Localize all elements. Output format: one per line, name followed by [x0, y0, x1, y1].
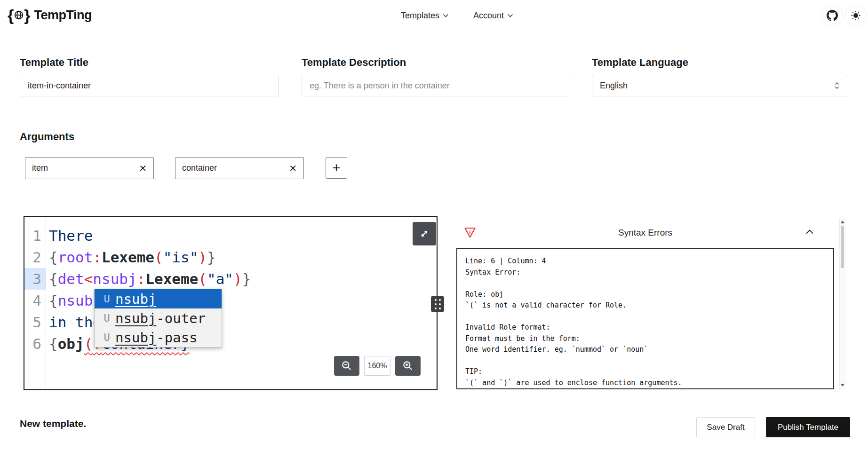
error-message-box: Line: 6 | Column: 4 Syntax Error: Role: …: [456, 248, 834, 389]
code-line[interactable]: {root:Lexeme("is")}: [49, 246, 437, 268]
code-token: {: [49, 335, 58, 352]
code-token: nsubj: [93, 270, 136, 287]
completion-type-icon: U: [98, 332, 115, 343]
error-message-text: Line: 6 | Column: 4 Syntax Error: Role: …: [465, 256, 825, 389]
argument-field[interactable]: container ✕: [175, 157, 304, 179]
sun-icon: [850, 10, 861, 21]
code-token: root: [58, 249, 93, 266]
code-token: ): [233, 270, 242, 287]
save-draft-button[interactable]: Save Draft: [696, 417, 755, 437]
code-token: }: [242, 270, 251, 287]
code-token: det: [58, 270, 84, 287]
remove-argument-button[interactable]: ✕: [289, 164, 297, 173]
chevron-down-icon: [443, 14, 449, 18]
globe-icon: [14, 10, 24, 20]
zoom-out-button[interactable]: [334, 356, 359, 376]
code-token: "is": [163, 249, 199, 266]
drag-dots-icon: [435, 299, 437, 301]
code-token: Lexeme: [102, 249, 154, 266]
scroll-down-arrow[interactable]: [841, 384, 844, 387]
panel-scrollbar[interactable]: [839, 218, 845, 389]
scroll-up-arrow[interactable]: [841, 221, 844, 223]
app-title: TempTing: [34, 8, 92, 23]
completion-type-icon: U: [98, 293, 115, 305]
template-title-label: Template Title: [20, 56, 88, 69]
autocomplete-option[interactable]: Unsubj-pass: [95, 328, 222, 347]
editor-zoom-controls: 160%: [334, 356, 421, 376]
code-line[interactable]: There: [49, 225, 437, 246]
main-nav: Templates Account: [401, 0, 513, 31]
select-chevrons-icon: [834, 81, 840, 90]
status-text: New template.: [20, 418, 86, 429]
line-number: 5: [24, 311, 46, 333]
code-token: {: [49, 292, 58, 309]
expand-icon: [418, 228, 430, 240]
zoom-in-icon: [402, 360, 414, 372]
brand-logo-icon: { }: [8, 6, 30, 24]
brand[interactable]: { } TempTing: [8, 6, 92, 24]
syntax-errors-panel: Syntax Errors Line: 6 | Column: 4 Syntax…: [456, 216, 834, 390]
publish-template-button[interactable]: Publish Template: [766, 417, 850, 437]
template-language-label: Template Language: [592, 56, 688, 69]
line-number: 3: [24, 268, 46, 290]
line-number: 2: [24, 246, 46, 268]
line-number: 1: [24, 225, 46, 246]
page: { } TempTing Templates Account: [0, 0, 868, 458]
code-token: There: [49, 227, 93, 244]
zoom-in-button[interactable]: [395, 356, 421, 376]
completion-label: nsubj-pass: [115, 330, 198, 346]
scrollbar-thumb[interactable]: [841, 226, 844, 268]
code-token: :: [93, 249, 102, 266]
code-token: {: [49, 249, 58, 266]
code-token: (: [198, 270, 207, 287]
code-token: <: [84, 270, 93, 287]
template-code-editor[interactable]: 123456 There{root:Lexeme("is")}{det<nsub…: [24, 216, 438, 390]
arguments-heading: Arguments: [20, 131, 74, 143]
github-icon: [827, 10, 838, 21]
code-token: Lexeme: [145, 270, 198, 287]
template-description-label: Template Description: [302, 56, 406, 69]
code-line[interactable]: {det<nsubj:Lexeme("a")}: [49, 268, 437, 290]
theme-toggle-button[interactable]: [845, 5, 867, 26]
code-token: :: [137, 270, 146, 287]
chevron-down-icon: [507, 14, 513, 18]
editor-gutter: 123456: [24, 217, 46, 389]
completion-label: nsubj-outer: [115, 310, 206, 326]
template-title-input[interactable]: [20, 75, 279, 96]
syntax-errors-title: Syntax Errors: [456, 228, 834, 238]
header: { } TempTing Templates Account: [0, 0, 868, 31]
fullscreen-button[interactable]: [413, 222, 436, 245]
code-token: obj: [58, 335, 84, 352]
autocomplete-dropdown: UnsubjUnsubj-outerUnsubj-pass: [94, 289, 222, 347]
template-description-input[interactable]: [302, 75, 569, 96]
header-actions: [821, 5, 867, 26]
autocomplete-option[interactable]: Unsubj-outer: [95, 308, 222, 328]
code-token: (: [84, 335, 93, 352]
zoom-level[interactable]: 160%: [364, 356, 390, 376]
nav-templates[interactable]: Templates: [401, 11, 449, 21]
github-button[interactable]: [821, 5, 843, 26]
code-token: ): [198, 249, 207, 266]
chevron-up-icon: [805, 229, 814, 235]
panel-resize-handle[interactable]: [431, 296, 444, 312]
code-token: {: [49, 270, 58, 287]
zoom-out-icon: [341, 360, 353, 372]
line-number: 4: [24, 290, 46, 311]
argument-field[interactable]: item ✕: [25, 157, 154, 179]
code-token: }: [207, 249, 216, 266]
completion-label: nsubj: [115, 291, 156, 307]
collapse-panel-button[interactable]: [805, 229, 814, 236]
code-token: "a": [207, 270, 233, 287]
nav-account[interactable]: Account: [473, 11, 513, 21]
code-token: nsub: [58, 292, 93, 309]
completion-type-icon: U: [98, 312, 115, 324]
template-language-select[interactable]: English: [592, 75, 848, 96]
autocomplete-list: UnsubjUnsubj-outerUnsubj-pass: [95, 289, 222, 347]
add-argument-button[interactable]: +: [326, 157, 347, 179]
line-number: 6: [24, 333, 46, 355]
autocomplete-option[interactable]: Unsubj: [95, 289, 222, 308]
remove-argument-button[interactable]: ✕: [139, 164, 147, 173]
code-token: (: [154, 249, 163, 266]
